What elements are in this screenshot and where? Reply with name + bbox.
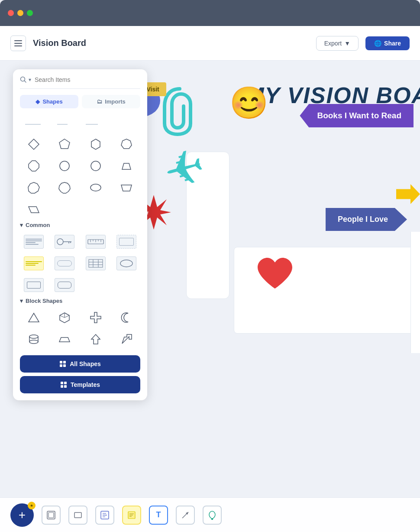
svg-point-36 (120, 260, 132, 267)
sticky-note-tool[interactable] (122, 506, 141, 525)
imports-tab[interactable]: 🗂 Imports (82, 95, 140, 108)
crescent-block[interactable] (113, 308, 141, 327)
section-arrow-icon2: ▾ (20, 298, 23, 304)
trapezoid-shape[interactable] (113, 157, 141, 175)
cube-block[interactable] (51, 308, 79, 327)
basic-shapes-grid (20, 135, 140, 218)
key-common[interactable] (51, 233, 79, 251)
all-shapes-button[interactable]: All Shapes (20, 355, 140, 373)
rectangle-tool[interactable] (68, 506, 87, 525)
rect-common[interactable] (20, 276, 48, 294)
svg-point-45 (29, 340, 38, 344)
svg-marker-11 (121, 139, 132, 149)
svg-marker-9 (59, 139, 70, 149)
oval-shape[interactable] (82, 178, 110, 197)
arrow-up-block[interactable] (82, 330, 110, 348)
svg-rect-50 (63, 364, 66, 367)
svg-rect-47 (60, 361, 62, 363)
color-tool[interactable] (203, 506, 222, 525)
svg-line-7 (25, 81, 26, 83)
traffic-light-yellow[interactable] (17, 10, 23, 16)
svg-marker-37 (29, 313, 39, 322)
lines-section (20, 115, 140, 133)
svg-marker-15 (122, 163, 131, 169)
add-button[interactable]: + ★ (10, 503, 34, 527)
decagon-shape[interactable] (51, 178, 79, 197)
cross-block[interactable] (82, 308, 110, 327)
heptagon-shape[interactable] (113, 135, 141, 153)
arrow-tool[interactable] (176, 506, 195, 525)
svg-marker-8 (29, 139, 39, 149)
canvas-area[interactable]: MY VISION BOA o Visit 😊 Books I Want to … (0, 61, 420, 532)
titlebar (0, 0, 420, 26)
octagon-shape[interactable] (20, 157, 48, 175)
svg-rect-53 (61, 385, 63, 388)
arrow-diagonal-block[interactable] (113, 330, 141, 348)
airplane-decoration: ✈ (159, 141, 210, 197)
svg-rect-57 (74, 513, 81, 518)
frame-tool[interactable] (42, 506, 61, 525)
parallelogram-shape[interactable] (20, 200, 48, 218)
svg-point-21 (57, 239, 63, 245)
text-tool[interactable]: T (149, 506, 168, 525)
share-button[interactable]: 🌐 Share (365, 36, 410, 50)
traffic-light-red[interactable] (8, 10, 14, 16)
emoji-decoration: 😊 (229, 84, 268, 121)
menu-button[interactable] (10, 36, 26, 51)
diamond-shape[interactable] (20, 135, 48, 153)
svg-marker-12 (29, 161, 39, 171)
triangle-block[interactable] (20, 308, 48, 327)
plus-icon: + (19, 509, 26, 521)
svg-rect-31 (89, 260, 103, 267)
line-item-med[interactable] (79, 115, 105, 133)
inv-trapezoid-shape[interactable] (113, 178, 141, 197)
block-shapes-grid (20, 308, 140, 348)
ellipse-common[interactable] (113, 254, 141, 272)
heart-decoration (255, 258, 294, 298)
search-row: ▾ (20, 76, 140, 89)
circle-shape[interactable] (51, 157, 79, 175)
people-label: People I Love (326, 208, 407, 231)
search-icon: ▾ (20, 76, 31, 83)
common-shapes-grid (20, 233, 140, 294)
yellow-arrow-decoration (396, 184, 420, 204)
rect-rounded-common[interactable] (51, 276, 79, 294)
cylinder-block[interactable] (20, 330, 48, 348)
svg-point-42 (29, 335, 38, 338)
label-common[interactable] (51, 254, 79, 272)
text-tool-icon: T (156, 510, 161, 519)
text-frame-tool[interactable] (95, 506, 114, 525)
nonagon-shape[interactable] (20, 178, 48, 197)
svg-rect-51 (61, 382, 63, 384)
templates-button[interactable]: Templates (20, 376, 140, 393)
table-common[interactable] (20, 233, 48, 251)
pentagon-shape[interactable] (51, 135, 79, 153)
data-table-common[interactable] (82, 254, 110, 272)
sticky-common[interactable] (20, 254, 48, 272)
svg-line-40 (65, 315, 69, 318)
svg-point-14 (91, 161, 100, 171)
add-badge: ★ (28, 502, 36, 509)
svg-marker-20 (29, 207, 39, 213)
search-input[interactable] (35, 76, 140, 83)
svg-rect-54 (64, 385, 67, 388)
svg-marker-16 (28, 182, 39, 193)
shapes-tab[interactable]: ◆ Shapes (20, 95, 78, 108)
card-common[interactable] (113, 233, 141, 251)
trapezoid-block[interactable] (51, 330, 79, 348)
svg-marker-10 (91, 139, 100, 149)
ruler-common[interactable] (82, 233, 110, 251)
tab-row: ◆ Shapes 🗂 Imports (20, 95, 140, 108)
export-button[interactable]: Export ▼ (316, 36, 359, 51)
svg-rect-48 (63, 361, 66, 363)
common-section-header: ▾ Common (20, 222, 140, 228)
svg-marker-17 (59, 182, 70, 193)
svg-point-13 (60, 161, 69, 171)
svg-rect-56 (48, 513, 54, 518)
line-item[interactable] (20, 115, 46, 133)
hexagon-shape[interactable] (82, 135, 110, 153)
circle2-shape[interactable] (82, 157, 110, 175)
shapes-panel: ▾ ◆ Shapes 🗂 Imports (13, 69, 147, 400)
line-item-short[interactable] (49, 115, 75, 133)
traffic-light-green[interactable] (27, 10, 33, 16)
